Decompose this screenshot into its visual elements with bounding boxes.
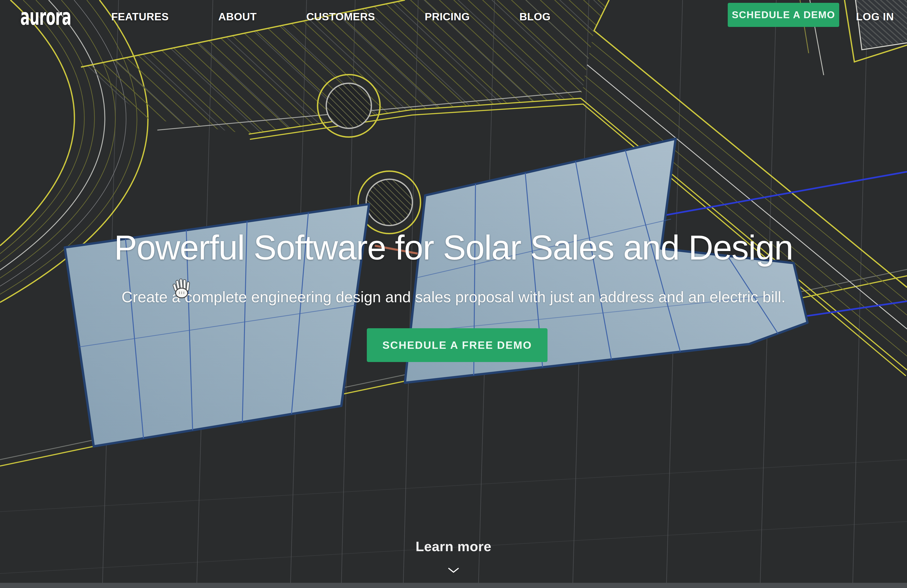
schedule-free-demo-button[interactable]: SCHEDULE A FREE DEMO [367,328,548,362]
schedule-demo-button[interactable]: SCHEDULE A DEMO [728,3,839,27]
nav-item-about[interactable]: ABOUT [218,11,256,23]
learn-more-chevron[interactable] [0,568,907,573]
tree-symbol [317,75,380,137]
login-link[interactable]: LOG IN [856,0,894,34]
chevron-down-icon [448,568,459,573]
aurora-logo[interactable]: aurora [20,6,71,28]
main-nav: FEATURES ABOUT CUSTOMERS PRICING BLOG [111,0,551,34]
hero-subheadline: Create a complete engineering design and… [0,287,907,307]
next-section-edge [0,583,907,588]
nav-item-blog[interactable]: BLOG [519,11,551,23]
nav-item-pricing[interactable]: PRICING [425,11,470,23]
nav-item-features[interactable]: FEATURES [111,11,169,23]
nav-item-customers[interactable]: CUSTOMERS [306,11,375,23]
hero-headline: Powerful Software for Solar Sales and De… [0,226,907,269]
aurora-homepage: { "brand": { "logo_text": "aurora" }, "n… [0,0,907,588]
learn-more-link[interactable]: Learn more [0,538,907,554]
